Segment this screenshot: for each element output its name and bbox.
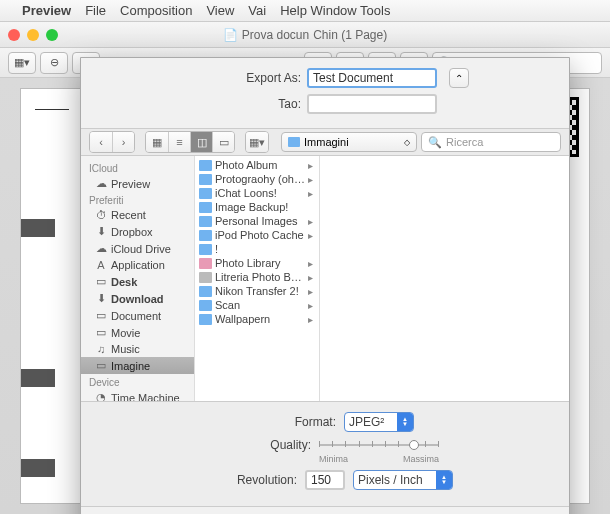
doc-tag [21, 219, 55, 237]
resolution-input[interactable] [305, 470, 345, 490]
close-window-button[interactable] [8, 29, 20, 41]
chevron-right-icon: ▸ [308, 160, 313, 171]
nav-back-forward: ‹ › [89, 131, 135, 153]
column-view-button[interactable]: ◫ [190, 132, 212, 152]
folder-column-empty [320, 156, 569, 401]
sidebar-toggle-button[interactable]: ▦▾ [8, 52, 36, 74]
menu-vai[interactable]: Vai [248, 3, 266, 18]
chevron-right-icon: ▸ [308, 174, 313, 185]
folder-icon [199, 300, 212, 311]
folder-name: Protograohy (ohoto Reflex) [215, 173, 305, 185]
folder-item[interactable]: iPod Photo Cache▸ [195, 228, 319, 242]
export-dialog: Export As: ⌃ Tao: ‹ › ▦ ≡ ◫ ▭ ▦▾ Immagin… [80, 57, 570, 514]
format-select[interactable]: JPEG²▲▼ [344, 412, 414, 432]
folder-item[interactable]: Photo Library▸ [195, 256, 319, 270]
sidebar-item-dropbox[interactable]: ⬇Dropbox [81, 223, 194, 240]
back-button[interactable]: ‹ [90, 132, 112, 152]
location-popup[interactable]: Immagini ◇ [281, 132, 417, 152]
folder-name: iPod Photo Cache [215, 229, 305, 241]
sidebar-item-desk[interactable]: ▭Desk [81, 273, 194, 290]
list-view-button[interactable]: ≡ [168, 132, 190, 152]
minimize-window-button[interactable] [27, 29, 39, 41]
folder-item[interactable]: Personal Images▸ [195, 214, 319, 228]
menu-file[interactable]: File [85, 3, 106, 18]
menu-help-window-tools[interactable]: Help Window Tools [280, 3, 390, 18]
sidebar-item-timemachine[interactable]: ◔Time Machine [81, 389, 194, 401]
sidebar-item-preview[interactable]: ☁Preview [81, 175, 194, 192]
folder-icon [288, 137, 300, 147]
sidebar-item-imagine[interactable]: ▭Imagine [81, 357, 194, 374]
folder-icon [199, 230, 212, 241]
icon-view-button[interactable]: ▦ [146, 132, 168, 152]
format-label: Format: [236, 415, 336, 429]
coverflow-view-button[interactable]: ▭ [212, 132, 234, 152]
search-icon: 🔍 [428, 136, 442, 149]
folder-name: Image Backup! [215, 201, 313, 213]
chevron-right-icon: ▸ [308, 188, 313, 199]
folder-item[interactable]: Nikon Transfer 2!▸ [195, 284, 319, 298]
app-menu[interactable]: Preview [22, 3, 71, 18]
folder-item[interactable]: Photo Album▸ [195, 158, 319, 172]
sidebar-header-preferiti: Preferiti [81, 192, 194, 207]
window-titlebar: 📄Prova docunChin (1 Page) [0, 22, 610, 48]
sidebar-item-music[interactable]: ♫Music [81, 341, 194, 357]
sidebar-header-device: Device [81, 374, 194, 389]
quality-slider[interactable] [319, 438, 439, 452]
folder-name: Photo Library [215, 257, 305, 269]
resolution-label: Revolution: [197, 473, 297, 487]
sidebar-item-recent[interactable]: ⏱Recent [81, 207, 194, 223]
folder-name: iChat Loons! [215, 187, 305, 199]
folder-item[interactable]: Wallpapern▸ [195, 312, 319, 326]
folder-item[interactable]: Image Backup! [195, 200, 319, 214]
quality-min-label: Minima [319, 454, 348, 464]
folder-icon [199, 272, 212, 283]
sidebar-header-icloud: iCloud [81, 160, 194, 175]
zoom-window-button[interactable] [46, 29, 58, 41]
folder-name: ! [215, 243, 313, 255]
folder-item[interactable]: Litreria Photo Booth▸ [195, 270, 319, 284]
export-filename-input[interactable] [307, 68, 437, 88]
folder-item[interactable]: ! [195, 242, 319, 256]
group-by-button[interactable]: ▦▾ [246, 132, 268, 152]
folder-item[interactable]: Protograohy (ohoto Reflex)▸ [195, 172, 319, 186]
tags-label: Tao: [181, 97, 301, 111]
folder-icon [199, 258, 212, 269]
quality-max-label: Massima [403, 454, 439, 464]
folder-item[interactable]: iChat Loons!▸ [195, 186, 319, 200]
menu-view[interactable]: View [206, 3, 234, 18]
sidebar-item-download[interactable]: ⬇Download [81, 290, 194, 307]
folder-icon [199, 188, 212, 199]
sidebar-item-document[interactable]: ▭Document [81, 307, 194, 324]
resolution-unit-select[interactable]: Pixels / Inch▲▼ [353, 470, 453, 490]
expand-dialog-button[interactable]: ⌃ [449, 68, 469, 88]
folder-icon [199, 174, 212, 185]
dialog-search[interactable]: 🔍 Ricerca [421, 132, 561, 152]
folder-icon [199, 160, 212, 171]
folder-name: Personal Images [215, 215, 305, 227]
folder-icon [199, 216, 212, 227]
folder-icon [199, 314, 212, 325]
forward-button[interactable]: › [112, 132, 134, 152]
tags-input[interactable] [307, 94, 437, 114]
sidebar-item-application[interactable]: AApplication [81, 257, 194, 273]
folder-column: Photo Album▸Protograohy (ohoto Reflex)▸i… [195, 156, 320, 401]
chevron-right-icon: ▸ [308, 314, 313, 325]
folder-item[interactable]: Scan▸ [195, 298, 319, 312]
quality-label: Quality: [211, 438, 311, 452]
chevron-right-icon: ▸ [308, 272, 313, 283]
chevron-right-icon: ▸ [308, 216, 313, 227]
doc-tag [21, 369, 55, 387]
folder-name: Nikon Transfer 2! [215, 285, 305, 297]
cloud-icon: ☁ [95, 177, 107, 190]
menu-composition[interactable]: Composition [120, 3, 192, 18]
sidebar-item-iclouddrive[interactable]: ☁iCloud Drive [81, 240, 194, 257]
sidebar-item-movie[interactable]: ▭Movie [81, 324, 194, 341]
chevron-right-icon: ▸ [308, 230, 313, 241]
chevron-right-icon: ▸ [308, 286, 313, 297]
window-title: 📄Prova docunChin (1 Page) [223, 28, 387, 42]
chevron-right-icon: ▸ [308, 258, 313, 269]
folder-icon [199, 286, 212, 297]
export-as-label: Export As: [181, 71, 301, 85]
zoom-out-button[interactable]: ⊖ [40, 52, 68, 74]
folder-name: Photo Album [215, 159, 305, 171]
